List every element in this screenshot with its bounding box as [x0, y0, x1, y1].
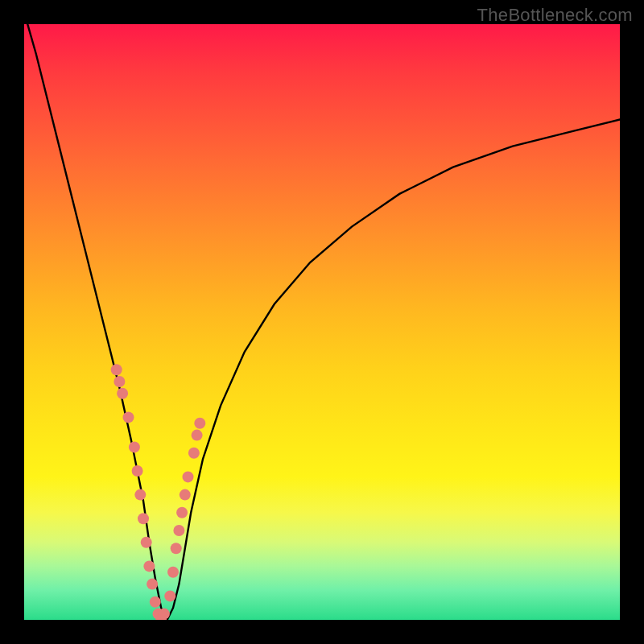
datapoint-dot — [129, 441, 140, 452]
datapoint-dot — [138, 513, 149, 524]
datapoint-dot — [150, 597, 161, 608]
datapoint-dot — [159, 609, 170, 620]
bottleneck-curve-line — [24, 24, 620, 620]
datapoint-dot — [111, 364, 122, 375]
watermark-text: TheBottleneck.com — [477, 5, 633, 26]
datapoint-dot — [171, 543, 182, 554]
datapoint-dot — [183, 471, 194, 482]
datapoint-dot — [180, 489, 191, 501]
datapoint-dot — [173, 525, 184, 536]
chart-overlay-svg — [24, 24, 620, 620]
datapoints-group — [111, 364, 206, 620]
datapoint-dot — [143, 560, 155, 572]
datapoint-dot — [194, 418, 205, 429]
datapoint-dot — [188, 448, 200, 459]
datapoint-dot — [192, 430, 203, 441]
datapoint-dot — [147, 579, 158, 590]
datapoint-dot — [114, 376, 125, 387]
datapoint-dot — [117, 388, 128, 399]
datapoint-dot — [132, 465, 143, 477]
datapoint-dot — [164, 590, 175, 601]
datapoint-dot — [167, 567, 179, 578]
datapoint-dot — [123, 411, 134, 423]
datapoint-dot — [134, 489, 146, 501]
datapoint-dot — [141, 537, 152, 548]
datapoint-dot — [176, 507, 188, 518]
